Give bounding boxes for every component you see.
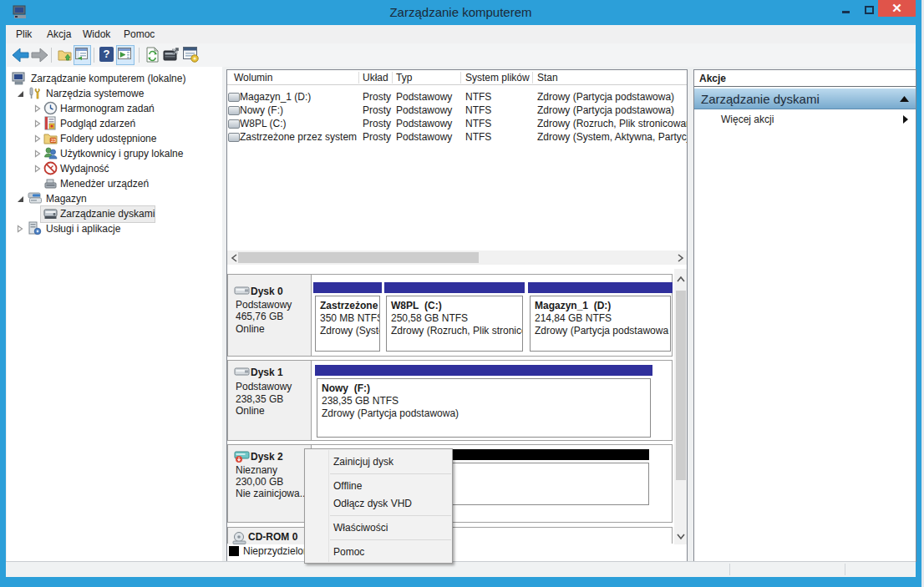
svg-text:23: 23 [51,138,56,143]
